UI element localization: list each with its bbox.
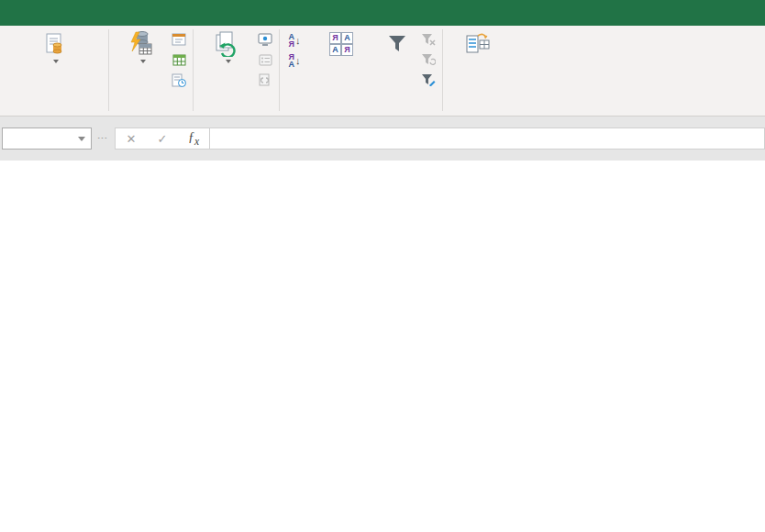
- name-box[interactable]: [2, 127, 92, 150]
- dropdown-caret: [140, 60, 146, 63]
- group-data-tools: [443, 26, 513, 116]
- group-sort-filter: АЯ↓ ЯА↓ ЯААЯ: [280, 26, 442, 116]
- from-table-icon: [171, 52, 187, 67]
- clear-filter-button[interactable]: [420, 29, 439, 50]
- formula-bar-grip[interactable]: ⋮: [97, 133, 109, 144]
- external-data-icon: [42, 29, 66, 59]
- connections-icon: [257, 32, 273, 47]
- group-get-transform: [109, 26, 193, 116]
- insert-function-icon[interactable]: ƒx: [178, 130, 209, 148]
- group-label-data-tools: [446, 102, 510, 116]
- formula-bar-row: ⋮ ✕ ✓ ƒx: [0, 116, 765, 161]
- show-queries-icon: [171, 32, 187, 47]
- new-query-button[interactable]: [112, 27, 171, 66]
- show-queries-button[interactable]: [171, 29, 190, 50]
- ribbon-tab-bar: [0, 0, 765, 26]
- group-label-sort-filter: [283, 102, 439, 116]
- edit-links-button[interactable]: [257, 70, 276, 90]
- dropdown-caret: [226, 60, 231, 63]
- clear-filter-icon: [420, 32, 437, 47]
- properties-button[interactable]: [257, 50, 276, 70]
- spreadsheet-grid[interactable]: [0, 161, 765, 532]
- sort-ascending-button[interactable]: АЯ↓: [283, 30, 306, 50]
- text-to-columns-icon: [465, 29, 491, 59]
- dropdown-caret: [53, 60, 59, 63]
- filter-button[interactable]: [374, 27, 420, 62]
- reapply-filter-button[interactable]: [420, 50, 439, 70]
- formula-input[interactable]: [210, 127, 765, 150]
- filter-icon: [386, 29, 408, 59]
- new-query-icon: [128, 29, 155, 59]
- advanced-filter-button[interactable]: [420, 70, 439, 90]
- group-connections: [194, 26, 279, 116]
- reapply-filter-icon: [420, 52, 437, 67]
- edit-links-icon: [257, 72, 273, 87]
- text-to-columns-button[interactable]: [446, 27, 510, 62]
- refresh-all-button[interactable]: [196, 27, 257, 66]
- group-label-get-transform: [112, 102, 190, 116]
- from-table-button[interactable]: [171, 50, 190, 70]
- properties-icon: [257, 52, 273, 67]
- sort-icon: ЯААЯ: [329, 29, 353, 59]
- sort-descending-button[interactable]: ЯА↓: [283, 50, 306, 71]
- name-box-caret-icon[interactable]: [78, 137, 85, 141]
- connections-button[interactable]: [257, 29, 276, 50]
- group-label-connections: [196, 102, 276, 116]
- refresh-all-icon: [213, 29, 240, 59]
- ribbon: АЯ↓ ЯА↓ ЯААЯ: [0, 26, 765, 116]
- formula-buttons: ✕ ✓ ƒx: [115, 127, 210, 150]
- recent-sources-icon: [171, 72, 187, 87]
- recent-sources-button[interactable]: [171, 70, 190, 90]
- cancel-icon[interactable]: ✕: [116, 132, 147, 146]
- get-external-data-button[interactable]: [3, 27, 105, 66]
- enter-icon[interactable]: ✓: [147, 132, 178, 146]
- sort-button[interactable]: ЯААЯ: [308, 27, 374, 62]
- group-get-external-data: [0, 26, 108, 116]
- advanced-filter-icon: [420, 72, 437, 87]
- group-label-empty: [3, 102, 105, 116]
